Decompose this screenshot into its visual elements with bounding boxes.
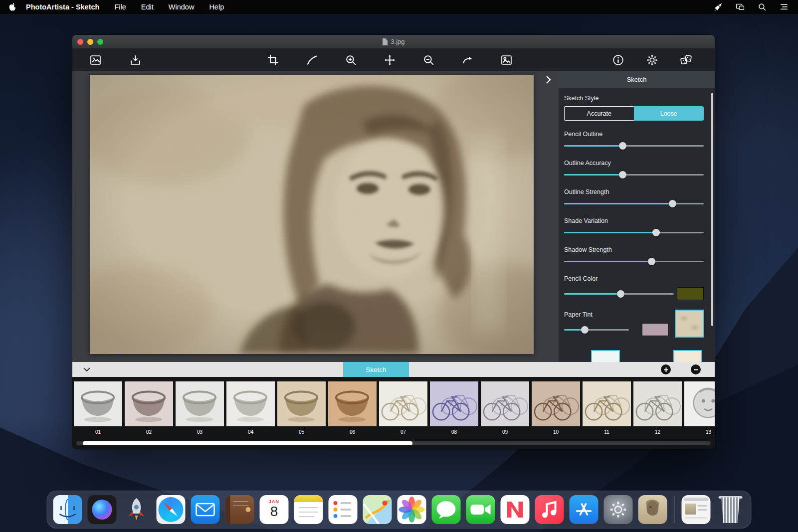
crop-icon[interactable] <box>265 52 281 68</box>
paper-tint-slider-block: Paper Tint <box>564 311 704 337</box>
pencil-color-slider[interactable] <box>564 293 674 295</box>
menu-list-icon[interactable] <box>778 1 790 12</box>
apple-icon[interactable] <box>8 2 17 11</box>
filmstrip-scrollbar-thumb[interactable] <box>83 441 412 445</box>
redo-icon[interactable] <box>459 52 475 68</box>
dock-calendar-icon[interactable]: JAN8 <box>260 495 289 524</box>
shade-variation-slider[interactable] <box>564 232 704 233</box>
import-icon[interactable] <box>127 52 143 68</box>
menu-window[interactable]: Window <box>169 3 195 11</box>
dock-maps-icon[interactable] <box>363 495 392 524</box>
dock-separator <box>674 496 675 523</box>
collapse-panel-button[interactable] <box>543 74 554 86</box>
preset-swatch-partial-2[interactable] <box>673 350 702 362</box>
paper-tint-swatch[interactable] <box>642 323 669 336</box>
filmstrip-thumb-04[interactable]: 04 <box>226 381 275 435</box>
dock-notes-icon[interactable] <box>294 495 323 524</box>
shadow-strength-slider[interactable] <box>564 261 704 262</box>
zoom-in-icon[interactable] <box>343 52 359 68</box>
pencil-color-swatch[interactable] <box>677 287 704 300</box>
filmstrip-thumb-09[interactable]: 09 <box>481 381 529 435</box>
filmstrip-thumb-11[interactable]: 11 <box>583 381 631 435</box>
dock-launchpad-icon[interactable] <box>122 495 151 524</box>
close-button[interactable] <box>77 39 83 45</box>
canvas-image[interactable] <box>90 75 534 354</box>
dock-siri-icon[interactable] <box>88 495 117 524</box>
picture-icon[interactable] <box>498 52 514 68</box>
shadow-strength-slider-thumb[interactable] <box>648 258 655 265</box>
paper-tint-slider-thumb[interactable] <box>581 326 589 334</box>
shade-variation-slider-thumb[interactable] <box>652 229 660 236</box>
dock-trash-icon[interactable] <box>716 495 745 524</box>
dice-icon[interactable] <box>678 52 694 68</box>
filmstrip-thumb-10[interactable]: 10 <box>532 381 580 435</box>
menu-edit[interactable]: Edit <box>141 3 154 11</box>
filmstrip-thumb-06[interactable]: 06 <box>328 381 377 435</box>
settings-gear-icon[interactable] <box>644 52 660 68</box>
menu-file[interactable]: File <box>114 3 126 11</box>
paper-texture-swatch[interactable] <box>675 310 704 338</box>
dock-mail-icon[interactable] <box>191 495 220 524</box>
pen-icon[interactable] <box>712 1 724 12</box>
filmstrip-scrollbar-track[interactable] <box>76 441 711 445</box>
add-preset-button[interactable] <box>661 364 671 374</box>
pencil-outline-slider[interactable] <box>564 145 704 147</box>
preset-category-button[interactable]: Sketch <box>343 362 409 377</box>
bicycle-preview <box>583 381 631 426</box>
style-segment: AccurateLoose <box>564 106 704 121</box>
dock-system-preferences-icon[interactable] <box>604 495 633 524</box>
filmstrip-thumb-02[interactable]: 02 <box>125 381 173 435</box>
bowl-preview <box>125 381 173 426</box>
outline-accuracy-slider[interactable] <box>564 174 704 176</box>
dock-app-store-icon[interactable] <box>570 495 598 524</box>
minimize-button[interactable] <box>87 39 93 45</box>
info-icon[interactable] <box>610 52 626 68</box>
shade-variation-slider-block: Shade Variation <box>564 217 704 236</box>
dock-facetime-icon[interactable] <box>466 495 495 524</box>
image-frame-icon[interactable] <box>87 52 103 68</box>
filmstrip-thumb-13[interactable]: 13 <box>684 381 715 435</box>
title-bar[interactable]: 3.jpg <box>72 35 715 49</box>
panel-scrollbar[interactable] <box>711 93 713 326</box>
toolbar-left <box>87 49 143 71</box>
dock-photoartista-icon[interactable] <box>638 495 667 524</box>
move-icon[interactable] <box>382 52 398 68</box>
pencil-outline-slider-thumb[interactable] <box>619 142 626 150</box>
dock-music-icon[interactable] <box>535 495 564 524</box>
paper-tint-slider[interactable] <box>564 329 629 331</box>
filmstrip-thumb-12[interactable]: 12 <box>633 381 682 435</box>
dock-safari-icon[interactable] <box>157 495 186 524</box>
thumb-label: 05 <box>277 429 326 435</box>
zoom-button[interactable] <box>97 39 103 45</box>
preset-swatch-partial-1[interactable] <box>591 350 620 362</box>
filmstrip-thumb-08[interactable]: 08 <box>430 381 478 435</box>
thumb-label: 10 <box>532 429 580 435</box>
pencil-color-label: Pencil Color <box>564 275 704 282</box>
dock-news-icon[interactable] <box>501 495 530 524</box>
style-option-loose[interactable]: Loose <box>634 106 704 121</box>
dock-finder-icon[interactable] <box>53 495 82 524</box>
outline-accuracy-slider-thumb[interactable] <box>619 171 626 178</box>
style-option-accurate[interactable]: Accurate <box>564 106 634 121</box>
filmstrip-thumb-01[interactable]: 01 <box>74 381 122 435</box>
outline-strength-slider[interactable] <box>564 203 704 204</box>
chevron-down-icon[interactable] <box>80 362 93 377</box>
dock-notebook-icon[interactable] <box>225 495 254 524</box>
shade-variation-label: Shade Variation <box>564 217 704 224</box>
zoom-out-icon[interactable] <box>420 52 436 68</box>
filmstrip-thumb-07[interactable]: 07 <box>379 381 427 435</box>
dock-window-min-icon[interactable] <box>682 495 711 524</box>
dock-messages-icon[interactable] <box>432 495 461 524</box>
dock-reminders-icon[interactable] <box>329 495 358 524</box>
thumb-label: 02 <box>125 429 173 435</box>
filmstrip-thumb-05[interactable]: 05 <box>277 381 326 435</box>
pencil-color-slider-thumb[interactable] <box>617 290 624 298</box>
search-icon[interactable] <box>756 1 768 12</box>
display-mirroring-icon[interactable] <box>734 1 746 12</box>
menu-help[interactable]: Help <box>209 3 224 11</box>
outline-strength-slider-thumb[interactable] <box>669 200 676 207</box>
filmstrip-thumb-03[interactable]: 03 <box>176 381 224 435</box>
dock-photos-icon[interactable] <box>398 495 426 524</box>
remove-preset-button[interactable] <box>691 364 701 374</box>
brush-icon[interactable] <box>304 52 320 68</box>
